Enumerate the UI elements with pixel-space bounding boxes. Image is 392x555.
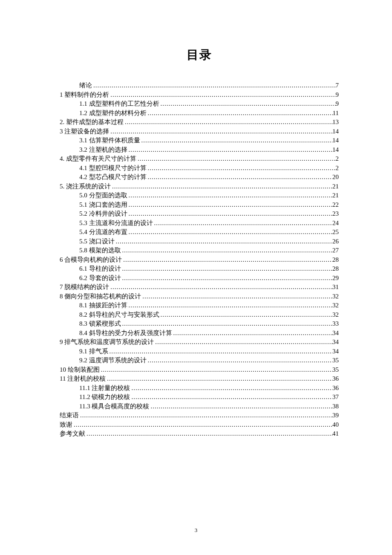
toc-entry-label: 4.2 型芯凸模尺寸的计算 (79, 174, 147, 180)
toc-entry-page: 38 (332, 403, 339, 410)
toc-entry: 10 绘制装配图35 (60, 367, 339, 373)
toc-entry: 11.2 锁模力的校核37 (60, 394, 339, 400)
toc-leader-dots (147, 165, 336, 171)
toc-leader-dots (124, 119, 332, 125)
toc-leader-dots (127, 192, 333, 199)
toc-leader-dots (111, 183, 332, 190)
toc-entry-page: 31 (332, 284, 339, 290)
toc-leader-dots (149, 403, 332, 410)
toc-leader-dots (100, 367, 332, 373)
toc-entry-label: 3 注塑设备的选择 (60, 128, 109, 135)
toc-entry-label: 9.1 排气系 (79, 348, 108, 355)
toc-leader-dots (92, 82, 336, 89)
toc-entry-label: 5.2 冷料井的设计 (79, 211, 127, 217)
toc-entry-page: 41 (332, 431, 339, 437)
toc-entry: 3.1 估算塑件体积质量14 (60, 137, 339, 144)
toc-entry-label: 5.0 分型面的选取 (79, 192, 127, 199)
toc-leader-dots (127, 302, 333, 309)
toc-leader-dots (127, 211, 333, 217)
toc-entry-label: 8.4 斜导柱的受力分析及强度计算 (79, 330, 172, 336)
toc-title: 目录 (60, 47, 339, 63)
toc-entry-label: 1.2 成型塑件的材料分析 (79, 110, 147, 116)
toc-entry-page: 23 (332, 211, 339, 217)
toc-entry-page: 20 (332, 174, 339, 180)
toc-entry-label: 5.5 浇口设计 (79, 238, 115, 245)
toc-entry: 1.2 成型塑件的材料分析11 (60, 110, 339, 116)
toc-leader-dots (159, 312, 333, 318)
toc-leader-dots (109, 92, 335, 98)
page-number: 3 (0, 527, 392, 534)
toc-leader-dots (130, 385, 332, 391)
toc-entry: 8.2 斜导柱的尺寸与安装形式32 (60, 312, 339, 318)
toc-entry-label: 11.3 模具合模高度的校核 (79, 403, 149, 410)
toc-entry: 1.1 成型塑料件的工艺性分析9 (60, 101, 339, 107)
toc-entry: 4.1 型腔凹模尺寸的计算2 (60, 165, 339, 171)
toc-entry-label: 8 侧向分型和抽芯机构的设计 (60, 293, 141, 300)
toc-entry-label: 绪论 (79, 82, 92, 89)
toc-leader-dots (108, 348, 333, 355)
toc-entry: 绪论7 (60, 82, 339, 89)
toc-entry-label: 1.1 成型塑料件的工艺性分析 (79, 101, 159, 107)
toc-entry-label: 5.8 模架的选取 (79, 247, 121, 254)
toc-leader-dots (121, 321, 333, 327)
toc-leader-dots (122, 257, 332, 263)
toc-entry-page: 36 (332, 376, 339, 382)
toc-entry-label: 5.4 分流道的布置 (79, 229, 127, 235)
toc-leader-dots (106, 376, 332, 382)
toc-entry-page: 13 (332, 119, 339, 125)
toc-entry-label: 3.1 估算塑件体积质量 (79, 137, 140, 144)
toc-entry-page: 35 (332, 367, 339, 373)
toc-entry: 结束语39 (60, 412, 339, 419)
toc-entry-page: 39 (332, 412, 339, 419)
toc-entry-page: 35 (332, 357, 339, 364)
toc-leader-dots (130, 394, 332, 400)
toc-entry-page: 14 (332, 147, 339, 153)
toc-leader-dots (154, 339, 332, 345)
toc-leader-dots (127, 147, 333, 153)
toc-entry: 5.8 模架的选取27 (60, 247, 339, 254)
toc-entry-page: 2 (336, 165, 339, 171)
toc-entry: 2. 塑件成型的基本过程13 (60, 119, 339, 125)
toc-entry: 8.3 锁紧楔形式33 (60, 321, 339, 327)
toc-entry-label: 8.3 锁紧楔形式 (79, 321, 121, 327)
toc-entry-page: 7 (336, 82, 339, 89)
toc-leader-dots (109, 128, 332, 135)
toc-leader-dots (159, 101, 336, 107)
toc-entry-page: 14 (332, 137, 339, 144)
toc-entry-page: 11 (333, 110, 339, 116)
toc-leader-dots (72, 422, 332, 428)
toc-entry: 5.3 主流道和分流道的设计24 (60, 220, 339, 226)
toc-entry-label: 9.2 温度调节系统的设计 (79, 357, 147, 364)
toc-entry: 8.4 斜导柱的受力分析及强度计算34 (60, 330, 339, 336)
document-page: 目录 绪论71 塑料制件的分析91.1 成型塑料件的工艺性分析91.2 成型塑件… (0, 0, 392, 437)
toc-entry: 5.0 分型面的选取21 (60, 192, 339, 199)
toc-entry-label: 11 注射机的校核 (60, 376, 106, 382)
toc-entry: 9.1 排气系34 (60, 348, 339, 355)
toc-entry: 5.5 浇口设计26 (60, 238, 339, 245)
toc-entry-label: 6 合模导向机构的设计 (60, 257, 122, 263)
toc-entry-page: 26 (332, 238, 339, 245)
toc-leader-dots (127, 229, 333, 235)
toc-entry-label: 致谢 (60, 422, 72, 428)
toc-entry-page: 25 (332, 229, 339, 235)
toc-leader-dots (109, 284, 332, 290)
toc-entry-label: 6.1 导柱的设计 (79, 266, 121, 272)
toc-entry: 5.2 冷料井的设计23 (60, 211, 339, 217)
toc-entry-page: 34 (332, 348, 339, 355)
toc-entry: 6.2 导套的设计29 (60, 275, 339, 281)
toc-entry-page: 27 (332, 247, 339, 254)
toc-entry-page: 21 (332, 183, 339, 190)
toc-entry-label: 11.1 注射量的校核 (79, 385, 130, 391)
toc-entry-page: 34 (332, 339, 339, 345)
toc-leader-dots (121, 266, 333, 272)
toc-entry: 11.3 模具合模高度的校核38 (60, 403, 339, 410)
toc-entry-page: 40 (332, 422, 339, 428)
toc-leader-dots (147, 110, 333, 116)
toc-leader-dots (172, 330, 333, 336)
toc-leader-dots (115, 238, 333, 245)
toc-entry-label: 3.2 注塑机的选择 (79, 147, 127, 153)
toc-entry: 5.1 浇口套的选用22 (60, 202, 339, 208)
toc-entry-label: 7 脱模结构的设计 (60, 284, 109, 290)
toc-entry: 1 塑料制件的分析9 (60, 92, 339, 98)
toc-entry: 6.1 导柱的设计28 (60, 266, 339, 272)
